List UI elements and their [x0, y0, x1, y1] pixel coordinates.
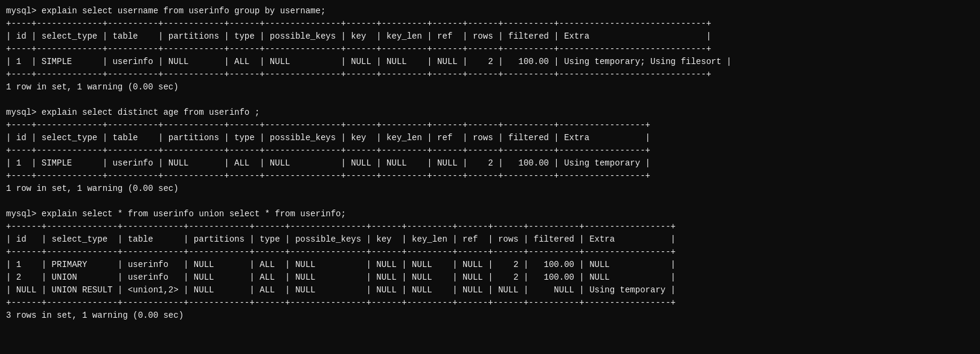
terminal-output: mysql> explain select username from user… — [6, 5, 974, 322]
